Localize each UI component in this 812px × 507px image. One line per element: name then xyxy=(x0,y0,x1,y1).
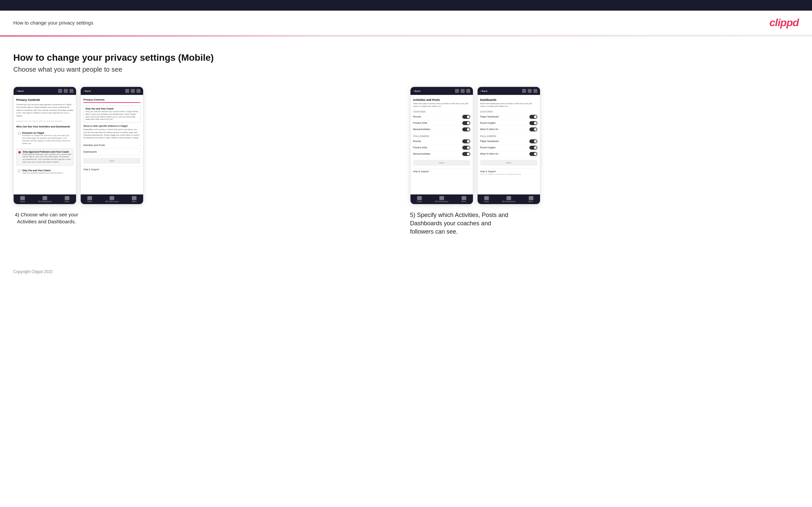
save-button-4[interactable]: Save xyxy=(480,160,537,166)
performance-icon-2 xyxy=(110,196,114,200)
bottom-nav-home-2[interactable]: Home xyxy=(87,196,92,203)
profile-icon-1[interactable] xyxy=(64,89,68,93)
bottom-nav-perf-4[interactable]: My Performance xyxy=(502,196,515,203)
profile-icon-3[interactable] xyxy=(461,89,465,93)
coaches-rounds-toggle[interactable] xyxy=(462,115,470,119)
settings-icon-1[interactable] xyxy=(69,89,73,93)
followers-round-insights-row: Round Insights xyxy=(480,145,537,151)
followers-drills-label: Practice Drills xyxy=(413,146,427,149)
breadcrumb: How to change your privacy settings xyxy=(13,20,93,25)
followers-manual-label: Manual Activities xyxy=(413,153,430,155)
settings-icon-2[interactable] xyxy=(137,89,141,93)
page-subheading: Choose what you want people to see xyxy=(13,66,799,73)
bottom-nav-menu-4[interactable]: Menu xyxy=(529,196,534,203)
profile-icon-2[interactable] xyxy=(131,89,135,93)
coaches-rounds-row: Rounds xyxy=(413,114,470,120)
bottom-nav-menu-1[interactable]: Menu xyxy=(65,196,69,203)
menu-label-2: Menu xyxy=(132,201,137,203)
bottom-nav-menu-2[interactable]: Menu xyxy=(132,196,137,203)
option-box-text-2: Only you and the coaches you connect wit… xyxy=(85,111,139,121)
logo: clippd xyxy=(769,16,799,29)
coaches-manual-toggle[interactable] xyxy=(462,127,470,131)
back-button-2[interactable]: ‹ Back xyxy=(83,90,91,93)
coaches-drills-label: Practice Drills xyxy=(413,122,427,124)
performance-label-4: My Performance xyxy=(502,201,515,203)
phone-mockup-3: ‹ Back Activities and Posts Select xyxy=(410,87,473,205)
profile-icon-4[interactable] xyxy=(528,89,532,93)
nav-icons-3 xyxy=(455,89,470,93)
activities-posts-arrow: › xyxy=(140,144,141,147)
performance-icon-4 xyxy=(506,196,511,200)
radio-only-you[interactable]: Only You and Your Coach Only you and the… xyxy=(16,168,73,176)
settings-icon-3[interactable] xyxy=(466,89,470,93)
phone-mockup-4: ‹ Back Dashboards Select the dashb xyxy=(477,87,540,205)
activities-posts-label: Activities and Posts xyxy=(83,144,105,147)
save-button-3[interactable]: Save xyxy=(413,160,470,166)
show-hide-text-2: Regardless of the privacy controls that … xyxy=(83,128,141,139)
followers-what-to-work-toggle[interactable] xyxy=(529,152,537,156)
screenshot-col-2: ‹ Back Privacy Controls xyxy=(81,87,144,205)
privacy-controls-tab-2[interactable]: Privacy Controls xyxy=(83,98,141,103)
radio-circle-everyone xyxy=(18,132,20,135)
screenshot-col-3: ‹ Back Activities and Posts Select xyxy=(410,87,473,205)
followers-rounds-toggle[interactable] xyxy=(462,139,470,143)
back-button-3[interactable]: ‹ Back xyxy=(413,90,420,93)
bottom-nav-home-3[interactable]: Home xyxy=(417,196,422,203)
phone-body-4: Dashboards Select the dashboards that yo… xyxy=(477,95,540,194)
coaches-label-3: COACHES xyxy=(413,111,470,113)
followers-rounds-row: Rounds xyxy=(413,138,470,145)
bottom-nav-perf-1[interactable]: My Performance xyxy=(38,196,51,203)
followers-player-dashboard-toggle[interactable] xyxy=(529,139,537,143)
followers-what-to-work-label: What To Work On xyxy=(480,153,499,155)
search-icon-1[interactable] xyxy=(58,89,62,93)
menu-icon-3 xyxy=(462,196,466,200)
radio-everyone[interactable]: Everyone on Clippd Everyone on Clippd ca… xyxy=(16,130,73,146)
activities-posts-link[interactable]: Activities and Posts › xyxy=(83,142,141,149)
search-icon-3[interactable] xyxy=(455,89,459,93)
dashboards-link[interactable]: Dashboards › xyxy=(83,149,141,155)
followers-manual-toggle[interactable] xyxy=(462,152,470,156)
radio-desc-approved: Only approved followers and coaches you … xyxy=(22,153,71,164)
followers-rounds-label: Rounds xyxy=(413,140,421,143)
phone-nav-3: ‹ Back xyxy=(410,87,473,95)
phone-body-1: Privacy Controls Control how you and you… xyxy=(14,95,76,194)
coaches-player-dashboard-label: Player Dashboard xyxy=(480,115,499,118)
nav-icons-2 xyxy=(125,89,141,93)
back-button-4[interactable]: ‹ Back xyxy=(480,90,488,93)
activities-title-3: Activities and Posts xyxy=(413,98,470,102)
bottom-nav-home-4[interactable]: Home xyxy=(484,196,489,203)
performance-label-3: My Performance xyxy=(435,201,448,203)
menu-icon-4 xyxy=(529,196,534,200)
coaches-what-to-work-toggle[interactable] xyxy=(529,127,537,131)
main-content: How to change your privacy settings (Mob… xyxy=(0,37,812,256)
search-icon-4[interactable] xyxy=(522,89,526,93)
coaches-what-to-work-row: What To Work On xyxy=(480,126,537,133)
bottom-nav-home-1[interactable]: Home xyxy=(20,196,25,203)
screenshots-section: ‹ Back Privacy Controls xyxy=(13,87,799,236)
back-label-4: Back xyxy=(481,90,488,93)
followers-what-to-work-row: What To Work On xyxy=(480,151,537,157)
top-bar xyxy=(0,0,812,11)
screenshot-col-1: ‹ Back Privacy Controls xyxy=(13,87,77,205)
bottom-nav-perf-3[interactable]: My Performance xyxy=(435,196,448,203)
followers-drills-toggle[interactable] xyxy=(462,146,470,150)
coaches-round-insights-toggle[interactable] xyxy=(529,121,537,125)
phone-bottom-nav-4: Home My Performance Menu xyxy=(477,194,540,204)
search-icon-2[interactable] xyxy=(125,89,129,93)
menu-label-1: Menu xyxy=(65,201,69,203)
save-button-2[interactable]: Save xyxy=(83,158,141,164)
bottom-nav-perf-2[interactable]: My Performance xyxy=(105,196,118,203)
radio-approved[interactable]: Only Approved Followers and Your Coach O… xyxy=(16,149,73,166)
coaches-drills-toggle[interactable] xyxy=(462,121,470,125)
back-button-1[interactable]: ‹ Back xyxy=(16,90,23,93)
privacy-controls-body-1: Control how you and your data appears to… xyxy=(16,103,73,117)
dashboards-label: Dashboards xyxy=(83,150,97,153)
footer: Copyright Clippd 2022 xyxy=(0,256,812,281)
option-box-2: Only You and Your Coach Only you and the… xyxy=(83,106,141,123)
performance-icon-1 xyxy=(43,196,47,200)
coaches-player-dashboard-toggle[interactable] xyxy=(529,115,537,119)
followers-round-insights-toggle[interactable] xyxy=(529,146,537,150)
right-screenshots: ‹ Back Activities and Posts Select xyxy=(410,87,540,205)
settings-icon-4[interactable] xyxy=(534,89,537,93)
bottom-nav-menu-3[interactable]: Menu xyxy=(462,196,466,203)
